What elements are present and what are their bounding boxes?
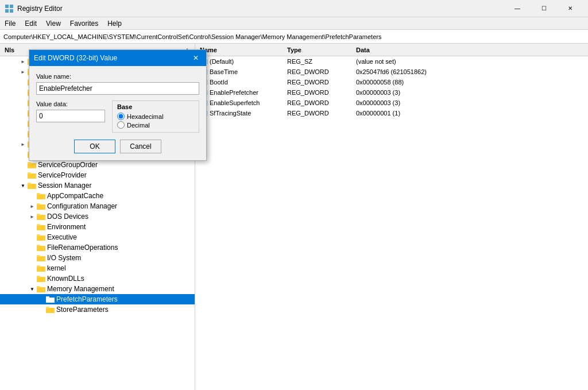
value-data-input[interactable] (36, 110, 105, 122)
value-data-group: Value data: (36, 101, 105, 133)
svg-rect-44 (37, 256, 45, 261)
tree-item-memorymanagement[interactable]: ▼ Memory Management (0, 284, 195, 294)
reg-name-default: (Default) (210, 58, 234, 65)
svg-rect-55 (46, 307, 49, 308)
reg-data-sftracingstate: 0x00000001 (1) (356, 110, 588, 117)
folder-icon-iosystem (37, 254, 46, 262)
app-icon (5, 4, 14, 13)
close-button[interactable]: ✕ (557, 0, 583, 17)
tree-item-prefetchparameters[interactable]: PrefetchParameters (0, 294, 195, 304)
tree-item-storeparameters[interactable]: StoreParameters (0, 304, 195, 315)
label-configurationmanager: Configuration Manager (47, 202, 117, 210)
minimize-button[interactable]: — (504, 0, 531, 17)
folder-icon-servicegrouporder (28, 161, 37, 169)
toggle-storeparameters (37, 305, 46, 314)
tree-header-label: Nls (5, 47, 14, 53)
folder-icon-executive (37, 233, 46, 241)
dialog-close-button[interactable]: ✕ (190, 52, 202, 64)
toggle-safeboot: ► (18, 67, 28, 76)
reg-name-enablesuperfetch: EnableSuperfetch (210, 99, 260, 106)
toggle-retaildemo: ► (18, 57, 28, 66)
toggle-scevents (18, 88, 28, 97)
edit-dword-dialog: Edit DWORD (32-bit) Value ✕ Value name: … (29, 49, 207, 161)
registry-row-enablesuperfetch[interactable]: 01 EnableSuperfetch REG_DWORD 0x00000003… (195, 98, 588, 108)
menu-edit[interactable]: Edit (20, 17, 41, 29)
registry-row-default[interactable]: ab (Default) REG_SZ (value not set) (195, 56, 588, 67)
folder-icon-prefetchparameters (46, 295, 55, 303)
tree-item-serviceprovider[interactable]: ServiceProvider (0, 170, 195, 180)
toggle-scmconfig (18, 98, 28, 107)
tree-item-environment[interactable]: Environment (0, 222, 195, 232)
dialog-title-bar: Edit DWORD (32-bit) Value ✕ (29, 50, 206, 66)
tree-item-iosystem[interactable]: I/O System (0, 253, 195, 263)
toggle-serviceaggregatedevents (18, 150, 28, 159)
svg-rect-53 (46, 296, 49, 298)
tree-item-knowndlls[interactable]: KnownDLLs (0, 273, 195, 284)
svg-rect-42 (37, 246, 45, 251)
tree-item-sessionmanager[interactable]: ▼ Session Manager (0, 180, 195, 191)
label-sessionmanager: Session Manager (38, 182, 91, 190)
reg-type-sftracingstate: REG_DWORD (287, 110, 356, 117)
label-decimal[interactable]: Decimal (127, 122, 150, 129)
registry-row-enableprefetcher[interactable]: 01 EnablePrefetcher REG_DWORD 0x00000003… (195, 87, 588, 98)
tree-item-executive[interactable]: Executive (0, 232, 195, 242)
tree-item-filerenameoperations[interactable]: FileRenameOperations (0, 242, 195, 253)
svg-rect-26 (28, 163, 36, 168)
menu-bar: File Edit View Favorites Help (0, 17, 588, 30)
reg-name-enableprefetcher: EnablePrefetcher (210, 89, 258, 96)
ok-button[interactable]: OK (74, 140, 115, 153)
toggle-securityproviders: ► (18, 140, 28, 149)
registry-row-basetime[interactable]: 01 BaseTime REG_DWORD 0x25047fd6 (621051… (195, 67, 588, 77)
radio-decimal[interactable] (117, 121, 125, 129)
label-storeparameters: StoreParameters (56, 306, 109, 314)
right-panel: Name Type Data ab (Default) REG_SZ (valu… (195, 44, 588, 390)
svg-rect-40 (37, 235, 45, 241)
label-hexadecimal[interactable]: Hexadecimal (127, 113, 164, 120)
right-header: Name Type Data (195, 44, 588, 56)
radio-hexadecimal[interactable] (117, 113, 125, 120)
folder-icon-serviceprovider (28, 171, 37, 179)
reg-data-enableprefetcher: 0x00000003 (3) (356, 89, 588, 96)
menu-favorites[interactable]: Favorites (65, 17, 103, 29)
menu-file[interactable]: File (0, 17, 20, 29)
toggle-environment (28, 222, 37, 231)
registry-row-bootid[interactable]: 01 BootId REG_DWORD 0x00000058 (88) (195, 77, 588, 87)
tree-item-servicegrouporder[interactable]: ServiceGroupOrder (0, 160, 195, 170)
tree-item-configurationmanager[interactable]: ► Configuration Manager (0, 201, 195, 211)
svg-rect-43 (37, 245, 40, 246)
svg-rect-2 (5, 9, 9, 13)
svg-rect-37 (37, 214, 40, 215)
svg-rect-41 (37, 234, 40, 236)
svg-rect-50 (37, 287, 45, 292)
tree-item-dosdevices[interactable]: ► DOS Devices (0, 211, 195, 222)
value-name-input[interactable] (36, 82, 199, 95)
svg-rect-0 (5, 5, 9, 8)
tree-item-appcompatcache[interactable]: AppCompatCache (0, 191, 195, 201)
svg-rect-45 (37, 255, 40, 257)
dialog-buttons: OK Cancel (36, 140, 199, 156)
folder-icon-kernel (37, 264, 46, 272)
reg-data-basetime: 0x25047fd6 (621051862) (356, 68, 588, 75)
registry-row-sftracingstate[interactable]: 01 SfTracingState REG_DWORD 0x00000001 (… (195, 108, 588, 118)
reg-type-enablesuperfetch: REG_DWORD (287, 99, 356, 106)
reg-data-bootid: 0x00000058 (88) (356, 79, 588, 86)
col-header-data: Data (356, 47, 588, 53)
cancel-button[interactable]: Cancel (120, 140, 161, 153)
svg-rect-52 (46, 298, 55, 303)
col-header-name: Name (195, 47, 287, 53)
tree-item-kernel[interactable]: kernel (0, 263, 195, 273)
app-title: Registry Editor (17, 5, 63, 13)
svg-rect-47 (37, 265, 40, 267)
svg-rect-3 (10, 9, 13, 13)
menu-view[interactable]: View (41, 17, 65, 29)
reg-name-sftracingstate: SfTracingState (210, 110, 251, 117)
label-iosystem: I/O System (47, 254, 81, 262)
toggle-securepipeservers (18, 129, 28, 138)
menu-help[interactable]: Help (103, 17, 126, 29)
maximize-button[interactable]: ☐ (531, 0, 557, 17)
address-path: Computer\HKEY_LOCAL_MACHINE\SYSTEM\Curre… (3, 33, 381, 40)
svg-rect-54 (46, 308, 55, 313)
svg-rect-51 (37, 286, 40, 288)
svg-rect-31 (28, 183, 31, 184)
label-filerenameoperations: FileRenameOperations (47, 244, 118, 252)
